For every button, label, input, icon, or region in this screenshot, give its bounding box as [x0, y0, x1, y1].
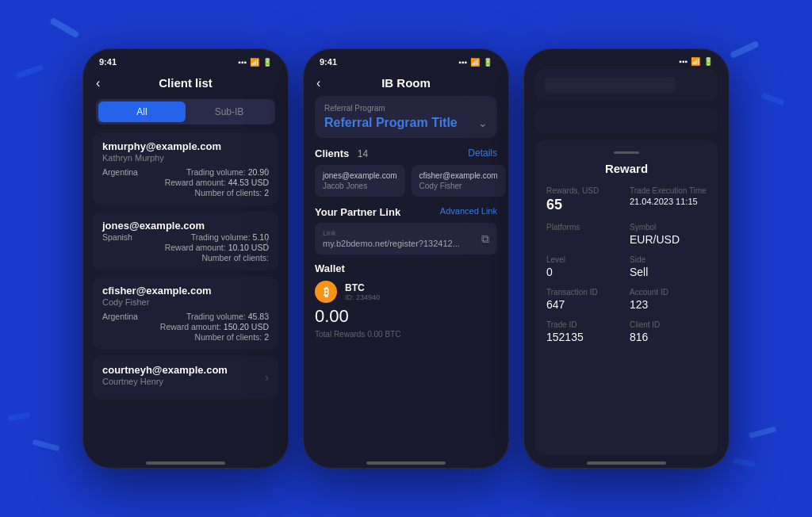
field-label-6: Transaction ID	[546, 288, 623, 297]
client-card-1[interactable]: jones@example.com Jacob Jones	[315, 165, 405, 197]
link-display: Link my.b2bdemo.net/register?132412...	[323, 229, 460, 248]
field-value-8: 152135	[546, 331, 623, 343]
client-list: kmurphy@example.com Kathryn Murphy Argen…	[83, 132, 288, 455]
client-email-1: kmurphy@example.com	[102, 140, 269, 152]
nav-title-1: Client list	[159, 76, 213, 90]
client-card-2[interactable]: cfisher@example.com Cody Fisher	[412, 165, 506, 197]
field-label-3: Symbol	[630, 223, 707, 232]
phone-client-list: 9:41 ▪▪▪ 📶 🔋 ‹ Client list All Sub-IB km…	[82, 48, 289, 469]
field-label-0: Rewards, USD	[546, 186, 623, 195]
reward-field-4: Level 0	[546, 255, 623, 278]
partner-link-header: Your Partner Link Advanced Link	[315, 206, 497, 218]
reward-grid: Rewards, USD 65 Trade Execution Time 21.…	[546, 186, 707, 343]
svg-rect-7	[733, 458, 756, 468]
svg-rect-1	[16, 64, 44, 79]
client-item-4[interactable]: courtneyh@example.com Courtney Henry ›	[93, 356, 278, 399]
details-link[interactable]: Details	[468, 147, 497, 159]
home-indicator-3	[587, 461, 666, 465]
field-value-5: Sell	[630, 266, 707, 278]
tab-all[interactable]: All	[98, 101, 186, 122]
tab-sub-ib[interactable]: Sub-IB	[186, 101, 273, 122]
clients-count: 14	[358, 148, 368, 159]
wifi-icon: 📶	[250, 58, 259, 67]
signal-icon-3: ▪▪▪	[679, 57, 688, 66]
wifi-icon-2: 📶	[470, 58, 480, 67]
field-value-9: 816	[630, 331, 707, 343]
referral-label: Referral Program	[324, 104, 488, 113]
wifi-icon-3: 📶	[691, 57, 700, 66]
ib-content: Referral Program Referral Program Title …	[304, 96, 508, 455]
field-value-0: 65	[546, 197, 623, 213]
reward-title: Reward	[546, 162, 707, 175]
client-name-4: Courtney Henry	[102, 377, 269, 386]
referral-row: Referral Program Title ⌄	[324, 116, 488, 130]
trading-label-2: Trading volume: 5.10	[191, 232, 269, 242]
field-label-9: Client ID	[630, 320, 707, 329]
status-icons-1: ▪▪▪ 📶 🔋	[238, 58, 272, 67]
partner-link-title: Your Partner Link	[315, 206, 400, 218]
link-value: my.b2bdemo.net/register?132412...	[323, 239, 460, 248]
nav-title-2: IB Room	[381, 76, 431, 90]
stat-row-1c: Number of clients: 2	[102, 188, 269, 197]
svg-rect-3	[8, 412, 31, 422]
blurred-section-2	[535, 109, 718, 132]
referral-title: Referral Program Title	[324, 116, 458, 130]
client-item-3[interactable]: cfisher@example.com Cody Fisher Argentin…	[93, 277, 278, 350]
back-button-1[interactable]: ‹	[96, 76, 100, 90]
blurred-bar	[545, 77, 676, 93]
client-name-3: Cody Fisher	[102, 297, 269, 307]
nav-bar-1: ‹ Client list	[83, 70, 288, 96]
time-2: 9:41	[320, 57, 337, 67]
svg-rect-2	[32, 439, 60, 452]
chevron-3: ›	[265, 307, 269, 320]
chevron-down-icon: ⌄	[478, 117, 488, 129]
reward-section: Reward Rewards, USD 65 Trade Execution T…	[535, 140, 718, 455]
svg-rect-0	[49, 17, 80, 39]
battery-icon: 🔋	[262, 58, 272, 67]
field-label-2: Platforms	[546, 223, 623, 232]
reward-content: Reward Rewards, USD 65 Trade Execution T…	[524, 69, 729, 455]
phones-container: 9:41 ▪▪▪ 📶 🔋 ‹ Client list All Sub-IB km…	[82, 48, 730, 469]
reward-label-1: Reward amount: 44.53 USD	[165, 178, 269, 187]
home-indicator-2	[366, 461, 446, 465]
time-1: 9:41	[99, 57, 117, 67]
client-item-2[interactable]: jones@example.com Spanish Trading volume…	[93, 212, 278, 270]
svg-rect-5	[760, 93, 785, 106]
back-button-2[interactable]: ‹	[316, 76, 320, 90]
phone2-content: ‹ IB Room Referral Program Referral Prog…	[304, 70, 508, 455]
reward-field-1: Trade Execution Time 21.04.2023 11:15	[630, 186, 707, 213]
field-label-4: Level	[546, 255, 623, 264]
client-stats-1: Argentina Trading volume: 20.90 Reward a…	[102, 167, 269, 197]
client-stats-2: Spanish Trading volume: 5.10 Reward amou…	[102, 232, 269, 262]
country-2: Spanish	[102, 232, 132, 242]
clients-label-1: Number of clients: 2	[195, 188, 269, 197]
reward-field-0: Rewards, USD 65	[546, 186, 623, 213]
tab-bar-1: All Sub-IB	[96, 99, 275, 124]
copy-icon[interactable]: ⧉	[481, 232, 489, 246]
stat-row-1a: Argentina Trading volume: 20.90	[102, 167, 269, 177]
blurred-header	[535, 69, 718, 101]
wallet-coin-row: ₿ BTC ID: 234940	[315, 281, 497, 303]
client-name-1: Kathryn Murphy	[102, 153, 269, 163]
signal-icon-2: ▪▪▪	[458, 58, 467, 67]
clients-header: Clients 14 Details	[315, 146, 497, 160]
country-3: Argentina	[102, 312, 138, 321]
phone1-content: ‹ Client list All Sub-IB kmurphy@example…	[83, 70, 288, 455]
status-bar-2: 9:41 ▪▪▪ 📶 🔋	[304, 49, 508, 70]
reward-field-5: Side Sell	[630, 255, 707, 278]
link-label: Link	[323, 229, 460, 237]
status-bar-1: 9:41 ▪▪▪ 📶 🔋	[83, 49, 288, 70]
signal-icon: ▪▪▪	[238, 58, 247, 67]
client-item-1[interactable]: kmurphy@example.com Kathryn Murphy Argen…	[93, 132, 278, 205]
referral-box[interactable]: Referral Program Referral Program Title …	[315, 96, 497, 138]
field-label-1: Trade Execution Time	[630, 186, 707, 195]
reward-field-9: Client ID 816	[630, 320, 707, 343]
chevron-1: ›	[265, 163, 269, 175]
phone-ib-room: 9:41 ▪▪▪ 📶 🔋 ‹ IB Room Referral Program …	[303, 48, 509, 469]
stat-row-1b: Reward amount: 44.53 USD	[102, 178, 269, 187]
clients-title: Clients	[315, 147, 349, 159]
stat-row-2a: Spanish Trading volume: 5.10	[102, 232, 269, 242]
advanced-link[interactable]: Advanced Link	[440, 206, 497, 218]
client-email-2: jones@example.com	[102, 220, 269, 232]
chevron-2: ›	[265, 235, 269, 247]
